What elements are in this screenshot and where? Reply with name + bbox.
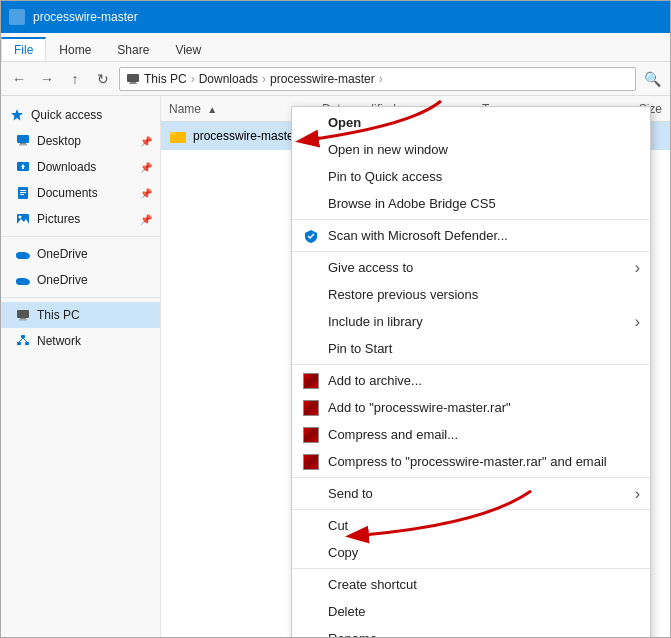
cm-cut[interactable]: Cut bbox=[292, 512, 650, 539]
svg-rect-1 bbox=[130, 82, 136, 83]
svg-rect-11 bbox=[20, 190, 26, 191]
svg-point-18 bbox=[16, 252, 24, 258]
cm-sep4 bbox=[292, 477, 650, 478]
cm-create-shortcut[interactable]: Create shortcut bbox=[292, 571, 650, 598]
search-button[interactable]: 🔍 bbox=[640, 67, 664, 91]
svg-rect-6 bbox=[19, 144, 27, 146]
sidebar-item-onedrive1[interactable]: OneDrive bbox=[1, 241, 160, 267]
sidebar-label-quickaccess: Quick access bbox=[31, 108, 102, 122]
cm-restore-versions[interactable]: Restore previous versions bbox=[292, 281, 650, 308]
svg-rect-12 bbox=[20, 192, 26, 193]
cm-include-library[interactable]: Include in library bbox=[292, 308, 650, 335]
svg-line-28 bbox=[23, 338, 27, 342]
cm-compress-email[interactable]: Compress and email... bbox=[292, 421, 650, 448]
cm-open-new-window[interactable]: Open in new window bbox=[292, 136, 650, 163]
context-menu: Open Open in new window Pin to Quick acc… bbox=[291, 106, 651, 637]
sidebar-item-network[interactable]: Network bbox=[1, 328, 160, 354]
network-icon bbox=[15, 333, 31, 349]
cm-add-rar[interactable]: Add to "processwire-master.rar" bbox=[292, 394, 650, 421]
sidebar-item-downloads[interactable]: Downloads 📌 bbox=[1, 154, 160, 180]
svg-rect-22 bbox=[20, 318, 26, 319]
thispc-icon bbox=[15, 307, 31, 323]
svg-rect-26 bbox=[25, 342, 29, 345]
cm-add-archive[interactable]: Add to archive... bbox=[292, 367, 650, 394]
svg-point-15 bbox=[19, 216, 22, 219]
cm-pin-quickaccess[interactable]: Pin to Quick access bbox=[292, 163, 650, 190]
file-explorer-window: processwire-master File Home Share View … bbox=[0, 0, 671, 638]
sidebar-item-thispc[interactable]: This PC bbox=[1, 302, 160, 328]
cm-rename[interactable]: Rename bbox=[292, 625, 650, 637]
address-bar[interactable]: This PC › Downloads › processwire-master… bbox=[119, 67, 636, 91]
up-button[interactable]: ↑ bbox=[63, 67, 87, 91]
breadcrumb-downloads[interactable]: Downloads bbox=[199, 72, 258, 86]
star-icon bbox=[9, 107, 25, 123]
svg-rect-2 bbox=[129, 83, 137, 84]
cm-defender[interactable]: Scan with Microsoft Defender... bbox=[292, 222, 650, 249]
onedrive-icon-1 bbox=[15, 246, 31, 262]
cm-browse-bridge[interactable]: Browse in Adobe Bridge CS5 bbox=[292, 190, 650, 217]
breadcrumb-folder[interactable]: processwire-master bbox=[270, 72, 375, 86]
sep1: › bbox=[191, 72, 195, 86]
cm-sep1 bbox=[292, 219, 650, 220]
cm-delete[interactable]: Delete bbox=[292, 598, 650, 625]
sidebar-label-downloads: Downloads bbox=[37, 160, 96, 174]
pictures-icon bbox=[15, 211, 31, 227]
downloads-icon bbox=[15, 159, 31, 175]
sidebar-label-onedrive2: OneDrive bbox=[37, 273, 88, 287]
tab-view[interactable]: View bbox=[162, 38, 214, 61]
cm-pin-start[interactable]: Pin to Start bbox=[292, 335, 650, 362]
content-area: Quick access Desktop 📌 Downloads 📌 bbox=[1, 96, 670, 637]
svg-rect-0 bbox=[127, 74, 139, 82]
sep3: › bbox=[379, 72, 383, 86]
svg-rect-24 bbox=[21, 335, 25, 338]
folder-icon-small bbox=[9, 9, 25, 25]
sidebar-item-quickaccess[interactable]: Quick access bbox=[1, 102, 160, 128]
sidebar-divider-2 bbox=[1, 297, 160, 298]
cm-give-access[interactable]: Give access to bbox=[292, 254, 650, 281]
sidebar-label-onedrive1: OneDrive bbox=[37, 247, 88, 261]
pin-desktop: 📌 bbox=[140, 136, 152, 147]
winrar-icon-3 bbox=[302, 426, 320, 444]
forward-button[interactable]: → bbox=[35, 67, 59, 91]
cm-open[interactable]: Open bbox=[292, 109, 650, 136]
sidebar-item-documents[interactable]: Documents 📌 bbox=[1, 180, 160, 206]
onedrive-icon-2 bbox=[15, 272, 31, 288]
refresh-button[interactable]: ↻ bbox=[91, 67, 115, 91]
svg-rect-25 bbox=[17, 342, 21, 345]
pin-downloads: 📌 bbox=[140, 162, 152, 173]
cm-compress-rar-email[interactable]: Compress to "processwire-master.rar" and… bbox=[292, 448, 650, 475]
svg-rect-23 bbox=[19, 319, 27, 321]
tab-share[interactable]: Share bbox=[104, 38, 162, 61]
nav-bar: ← → ↑ ↻ This PC › Downloads › processwir… bbox=[1, 62, 670, 96]
sidebar-item-pictures[interactable]: Pictures 📌 bbox=[1, 206, 160, 232]
file-list: Name ▲ Date modified Type Size bbox=[161, 96, 670, 637]
cm-sep3 bbox=[292, 364, 650, 365]
cm-send-to[interactable]: Send to bbox=[292, 480, 650, 507]
sidebar-label-pictures: Pictures bbox=[37, 212, 80, 226]
svg-line-27 bbox=[19, 338, 23, 342]
breadcrumb-thispc[interactable]: This PC bbox=[144, 72, 187, 86]
cm-sep6 bbox=[292, 568, 650, 569]
documents-icon bbox=[15, 185, 31, 201]
context-menu-overlay: Open Open in new window Pin to Quick acc… bbox=[161, 96, 670, 637]
sidebar-item-desktop[interactable]: Desktop 📌 bbox=[1, 128, 160, 154]
cm-sep2 bbox=[292, 251, 650, 252]
back-button[interactable]: ← bbox=[7, 67, 31, 91]
title-bar: processwire-master bbox=[1, 1, 670, 33]
computer-icon bbox=[126, 72, 140, 86]
svg-rect-21 bbox=[17, 310, 29, 318]
cm-copy[interactable]: Copy bbox=[292, 539, 650, 566]
winrar-icon-2 bbox=[302, 399, 320, 417]
window-title: processwire-master bbox=[33, 10, 138, 24]
svg-marker-3 bbox=[11, 109, 23, 121]
svg-rect-9 bbox=[22, 167, 24, 169]
svg-rect-13 bbox=[20, 194, 24, 195]
ribbon-tabs: File Home Share View bbox=[1, 33, 670, 61]
ribbon: File Home Share View bbox=[1, 33, 670, 62]
tab-home[interactable]: Home bbox=[46, 38, 104, 61]
tab-file[interactable]: File bbox=[1, 37, 46, 61]
sidebar-item-onedrive2[interactable]: OneDrive bbox=[1, 267, 160, 293]
sidebar-label-network: Network bbox=[37, 334, 81, 348]
pin-documents: 📌 bbox=[140, 188, 152, 199]
sidebar-label-thispc: This PC bbox=[37, 308, 80, 322]
